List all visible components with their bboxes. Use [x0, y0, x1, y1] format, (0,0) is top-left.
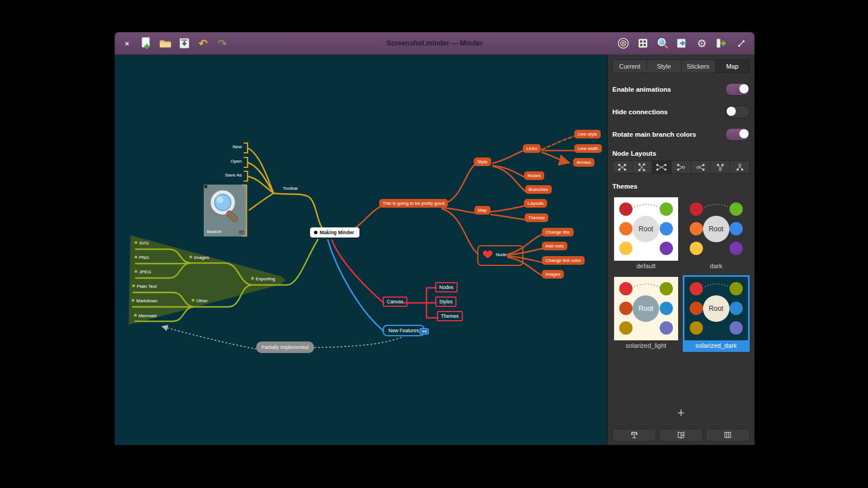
- node-layouts-group: [612, 160, 750, 174]
- share-image-icon: [676, 38, 688, 48]
- layout-upwards-button[interactable]: [710, 161, 730, 173]
- rotate-branch-colors-toggle[interactable]: [725, 128, 750, 141]
- node-markdown[interactable]: Markdown: [132, 298, 158, 304]
- hide-connections-toggle[interactable]: [725, 106, 750, 118]
- hide-connections-label: Hide connections: [612, 108, 668, 115]
- overview-grid-button[interactable]: [637, 36, 649, 50]
- node-plain-text[interactable]: Plain Text: [132, 284, 157, 290]
- node-change-title[interactable]: Change title: [542, 228, 574, 237]
- node-arrows[interactable]: Arrows: [573, 158, 594, 167]
- node-open[interactable]: Open: [207, 159, 242, 164]
- enable-animations-label: Enable animations: [612, 86, 671, 93]
- title-bar: × ↶ ↷: [115, 32, 754, 55]
- tab-current[interactable]: Current: [613, 60, 647, 73]
- node-png[interactable]: PNG: [134, 255, 149, 261]
- theme-dark[interactable]: Root dark: [683, 196, 750, 272]
- fold-indicator: [204, 185, 207, 188]
- node-save-as[interactable]: Save As: [207, 172, 242, 178]
- heart-icon: [481, 249, 494, 260]
- theme-root-circle: Root: [703, 216, 729, 242]
- root-bullet-icon: [314, 231, 317, 234]
- fullscreen-icon: [736, 39, 746, 48]
- theme-root-circle: Root: [633, 216, 659, 242]
- node-mermaid[interactable]: Mermaid: [134, 313, 156, 319]
- node-canvas-styles[interactable]: Styles: [435, 296, 457, 307]
- node-search-image[interactable]: Search: [204, 185, 246, 237]
- node-canvas-nodes[interactable]: Nodes: [435, 282, 458, 292]
- app-window: × ↶ ↷: [114, 32, 755, 445]
- focus-mode-button[interactable]: [617, 36, 630, 50]
- node-canvas[interactable]: Canvas: [383, 296, 407, 307]
- node-map-themes[interactable]: Themes: [525, 213, 548, 222]
- node-other[interactable]: Other: [192, 298, 208, 304]
- redo-button[interactable]: ↷: [216, 36, 229, 50]
- settings-button[interactable]: ⚙: [695, 36, 708, 50]
- node-exp-images[interactable]: Images: [189, 255, 209, 261]
- node-style[interactable]: Style: [474, 157, 491, 166]
- fold-columns-button[interactable]: [706, 429, 750, 441]
- node-pretty-good[interactable]: This is going to be pretty good: [379, 199, 448, 208]
- new-document-button[interactable]: [140, 36, 152, 50]
- tab-style[interactable]: Style: [647, 60, 681, 73]
- search-image-caption: Search: [207, 229, 221, 234]
- node-canvas-themes[interactable]: Themes: [437, 311, 463, 321]
- theme-solarized-dark[interactable]: Root solarized_dark: [683, 275, 750, 352]
- node-new-features[interactable]: New Features: [383, 325, 425, 336]
- layout-to-left-icon: [676, 164, 686, 171]
- node-line-width[interactable]: Line width: [574, 144, 602, 153]
- export-button[interactable]: [715, 36, 728, 50]
- fullscreen-button[interactable]: [735, 36, 747, 50]
- node-images[interactable]: Images: [542, 270, 564, 279]
- tab-map[interactable]: Map: [716, 60, 749, 73]
- sidebar-footer-buttons: [612, 429, 750, 441]
- add-theme-button[interactable]: +: [666, 403, 697, 423]
- enable-animations-toggle[interactable]: [725, 83, 750, 96]
- mindmap-canvas[interactable]: Making Minder Toolbar New Open Save As S…: [115, 55, 607, 445]
- node-node[interactable]: Node: [477, 245, 523, 266]
- themes-grid: Root default Root dark: [612, 196, 750, 352]
- close-icon: ×: [122, 39, 132, 48]
- share-image-button[interactable]: [676, 36, 689, 50]
- validate-notes-button[interactable]: [659, 429, 703, 441]
- node-map-layouts[interactable]: Layouts: [524, 199, 547, 208]
- layout-downwards-button[interactable]: [730, 161, 749, 173]
- node-style-branches[interactable]: Branches: [525, 185, 552, 194]
- link-indicator-icon[interactable]: [420, 328, 429, 335]
- node-partially-implemented[interactable]: Partially Implemented: [256, 341, 314, 353]
- close-button[interactable]: ×: [121, 36, 133, 50]
- layout-downwards-icon: [736, 163, 743, 171]
- balance-nodes-button[interactable]: [612, 429, 656, 441]
- bullet-icon: [251, 277, 254, 280]
- node-new[interactable]: New: [207, 144, 242, 150]
- columns-icon: [724, 431, 732, 439]
- layout-manual-button[interactable]: [613, 161, 633, 173]
- node-change-link-color[interactable]: Change link color: [542, 256, 585, 265]
- settings-gear-icon: ⚙: [697, 38, 706, 49]
- node-map[interactable]: Map: [474, 206, 491, 215]
- layout-vertical-button[interactable]: [633, 161, 652, 173]
- note-lines-icon: [239, 230, 244, 234]
- node-links[interactable]: Links: [523, 144, 541, 153]
- node-style-nodes[interactable]: Nodes: [524, 171, 544, 180]
- node-jpeg[interactable]: JPEG: [134, 269, 151, 275]
- node-toolbar[interactable]: Toolbar: [283, 186, 298, 192]
- node-root[interactable]: Making Minder: [310, 227, 360, 238]
- layout-horizontal-icon: [656, 164, 667, 171]
- undo-button[interactable]: ↶: [197, 36, 209, 50]
- open-folder-button[interactable]: [159, 36, 171, 50]
- tab-stickers[interactable]: Stickers: [682, 60, 716, 73]
- layout-horizontal-button[interactable]: [652, 161, 672, 173]
- layout-to-left-button[interactable]: [672, 161, 691, 173]
- node-svg[interactable]: SVG: [134, 241, 149, 246]
- save-document-button[interactable]: [178, 36, 190, 50]
- bullet-icon: [134, 241, 137, 244]
- node-add-note[interactable]: Add note: [542, 242, 567, 250]
- bullet-icon: [132, 284, 135, 287]
- node-line-style[interactable]: Line style: [574, 130, 601, 138]
- layout-to-right-button[interactable]: [691, 161, 710, 173]
- theme-solarized-light[interactable]: Root solarized_light: [612, 275, 680, 352]
- node-exporting[interactable]: Exporting: [251, 276, 275, 282]
- search-zoom-button[interactable]: [656, 36, 669, 50]
- sidebar-tabs: Current Style Stickers Map: [612, 59, 750, 73]
- theme-default[interactable]: Root default: [612, 196, 680, 272]
